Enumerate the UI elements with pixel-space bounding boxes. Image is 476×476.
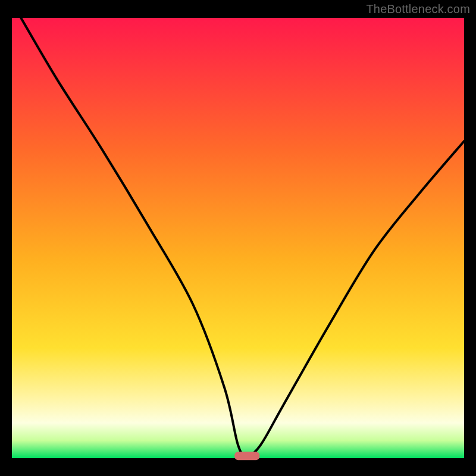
chart-container: TheBottleneck.com <box>0 0 476 476</box>
watermark-text: TheBottleneck.com <box>366 2 470 16</box>
curve-min-marker <box>234 452 259 460</box>
chart-gradient-bg <box>12 18 464 458</box>
bottleneck-chart <box>0 0 476 476</box>
